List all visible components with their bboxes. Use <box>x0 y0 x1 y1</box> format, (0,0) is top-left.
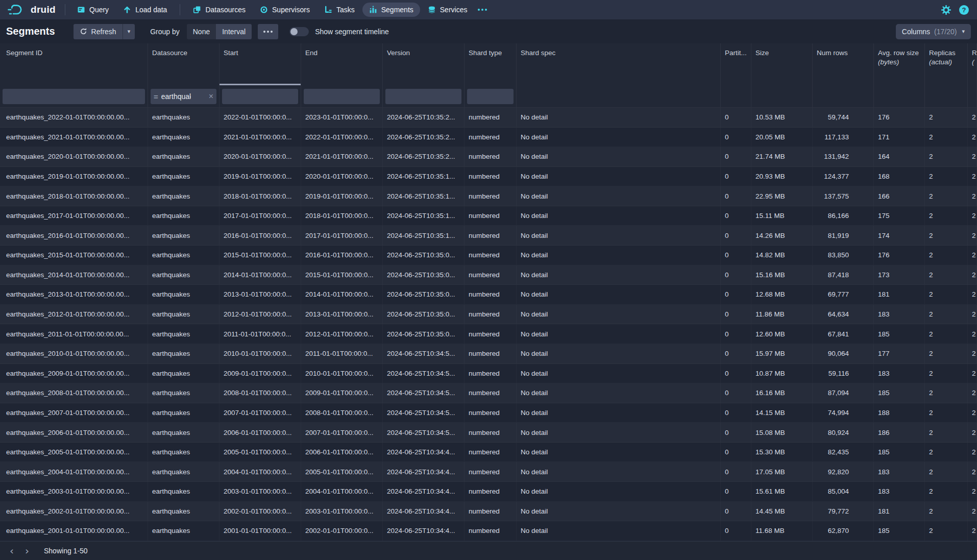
query-icon <box>77 6 85 14</box>
cell-shard-spec: No detail <box>517 246 721 265</box>
cell-version: 2024-06-25T10:34:5... <box>383 364 465 383</box>
upload-icon <box>123 6 131 14</box>
filter-cell-version <box>383 85 465 107</box>
cell-replicas: 2 <box>925 383 968 403</box>
column-header-shard-spec[interactable]: Shard spec <box>517 43 721 85</box>
more-options-button[interactable] <box>258 24 278 39</box>
next-page-button[interactable]: › <box>19 543 35 558</box>
cell-start: 2007-01-01T00:00:0... <box>219 403 301 423</box>
column-header-replication[interactable]: R( <box>968 43 977 85</box>
group-by-interval-button[interactable]: Interval <box>216 24 252 39</box>
filter-cell-replicas <box>925 85 968 107</box>
cell-partition: 0 <box>721 521 751 541</box>
cell-replicas: 2 <box>925 521 968 541</box>
group-by-none-button[interactable]: None <box>187 24 216 39</box>
table-row: earthquakes_2001-01-01T00:00:00.00...ear… <box>0 521 977 541</box>
cell-shard-spec: No detail <box>517 521 721 541</box>
druid-logo[interactable]: druid <box>5 3 60 16</box>
column-header-end[interactable]: End <box>301 43 383 85</box>
nav-item-query[interactable]: Query <box>70 3 115 17</box>
cell-num-rows: 80,924 <box>813 423 874 442</box>
refresh-button[interactable]: Refresh <box>74 24 123 39</box>
nav-more-button[interactable] <box>474 6 491 14</box>
filter-input-end[interactable] <box>304 89 380 104</box>
cell-segment-id: earthquakes_2017-01-01T00:00:00.00... <box>0 206 148 226</box>
cell-segment-id: earthquakes_2002-01-01T00:00:00.00... <box>0 502 148 521</box>
filter-input-datasource[interactable]: =earthquakes× <box>151 89 216 104</box>
filter-input-shard-type[interactable] <box>467 89 514 104</box>
cell-shard-type: numbered <box>465 206 517 226</box>
column-header-num-rows[interactable]: Num rows <box>813 43 874 85</box>
cell-segment-id: earthquakes_2019-01-01T00:00:00.00... <box>0 167 148 186</box>
cell-size: 21.74 MB <box>751 147 813 166</box>
column-header-segment-id[interactable]: Segment ID <box>0 43 148 85</box>
table-filter-row: =earthquakes× <box>0 85 977 108</box>
cell-end: 2002-01-01T00:00:0... <box>301 521 383 541</box>
cell-shard-type: numbered <box>465 521 517 541</box>
prev-page-button[interactable]: ‹ <box>4 543 19 558</box>
settings-gear-icon[interactable] <box>941 5 951 15</box>
cell-replicas: 2 <box>925 344 968 363</box>
cell-num-rows: 92,820 <box>813 462 874 481</box>
nav-item-label: Load data <box>135 6 167 14</box>
segment-timeline-toggle[interactable] <box>289 27 309 36</box>
table-row: earthquakes_2015-01-01T00:00:00.00...ear… <box>0 246 977 265</box>
filter-remove-icon[interactable]: × <box>209 92 213 101</box>
cell-partition: 0 <box>721 285 751 304</box>
nav-item-tasks[interactable]: Tasks <box>317 3 361 17</box>
cell-shard-type: numbered <box>465 443 517 462</box>
filter-input-version[interactable] <box>385 89 461 104</box>
filter-cell-avg-row-size <box>874 85 925 107</box>
column-header-replicas[interactable]: Replicas(actual) <box>925 43 968 85</box>
cell-end: 2013-01-01T00:00:0... <box>301 305 383 324</box>
cell-version: 2024-06-25T10:35:0... <box>383 324 465 344</box>
cell-start: 2009-01-01T00:00:0... <box>219 364 301 383</box>
cell-num-rows: 86,166 <box>813 206 874 226</box>
column-header-datasource[interactable]: Datasource <box>148 43 219 85</box>
cell-version: 2024-06-25T10:34:4... <box>383 502 465 521</box>
cell-datasource: earthquakes <box>148 305 219 324</box>
nav-item-segments[interactable]: Segments <box>362 3 420 17</box>
nav-item-load-data[interactable]: Load data <box>116 3 174 17</box>
nav-item-datasources[interactable]: Datasources <box>186 3 252 17</box>
cell-datasource: earthquakes <box>148 423 219 442</box>
cell-avg-row-size: 186 <box>874 423 925 442</box>
cell-replication: 2 <box>968 403 977 423</box>
cell-datasource: earthquakes <box>148 167 219 186</box>
filter-input-segment-id[interactable] <box>3 89 145 104</box>
column-header-partition[interactable]: Partit... <box>721 43 751 85</box>
cell-shard-type: numbered <box>465 482 517 501</box>
cell-shard-type: numbered <box>465 364 517 383</box>
cell-start: 2010-01-01T00:00:0... <box>219 344 301 363</box>
nav-item-services[interactable]: Services <box>421 3 474 17</box>
cell-segment-id: earthquakes_2009-01-01T00:00:00.00... <box>0 364 148 383</box>
cell-size: 16.16 MB <box>751 383 813 403</box>
cell-version: 2024-06-25T10:34:5... <box>383 403 465 423</box>
cell-segment-id: earthquakes_2016-01-01T00:00:00.00... <box>0 226 148 245</box>
column-header-size[interactable]: Size <box>751 43 813 85</box>
cell-segment-id: earthquakes_2003-01-01T00:00:00.00... <box>0 482 148 501</box>
filter-cell-partition <box>721 85 751 107</box>
help-icon[interactable]: ? <box>959 5 969 15</box>
cell-end: 2003-01-01T00:00:0... <box>301 502 383 521</box>
refresh-dropdown-button[interactable]: ▾ <box>123 24 135 39</box>
table-row: earthquakes_2022-01-01T00:00:00.00...ear… <box>0 108 977 128</box>
tasks-icon <box>324 6 332 14</box>
cell-shard-spec: No detail <box>517 462 721 481</box>
column-header-shard-type[interactable]: Shard type <box>465 43 517 85</box>
cell-start: 2004-01-01T00:00:0... <box>219 462 301 481</box>
column-header-avg-row-size[interactable]: Avg. row size(bytes) <box>874 43 925 85</box>
column-header-start[interactable]: Start <box>219 43 301 85</box>
cell-num-rows: 62,870 <box>813 521 874 541</box>
cell-partition: 0 <box>721 206 751 226</box>
cell-start: 2016-01-01T00:00:0... <box>219 226 301 245</box>
nav-item-supervisors[interactable]: Supervisors <box>253 3 316 17</box>
cell-avg-row-size: 183 <box>874 364 925 383</box>
cell-datasource: earthquakes <box>148 383 219 403</box>
cell-segment-id: earthquakes_2006-01-01T00:00:00.00... <box>0 423 148 442</box>
column-header-version[interactable]: Version <box>383 43 465 85</box>
cell-start: 2002-01-01T00:00:0... <box>219 502 301 521</box>
cell-size: 15.08 MB <box>751 423 813 442</box>
columns-button[interactable]: Columns (17/20) ▾ <box>896 24 971 39</box>
filter-input-start[interactable] <box>222 89 298 104</box>
